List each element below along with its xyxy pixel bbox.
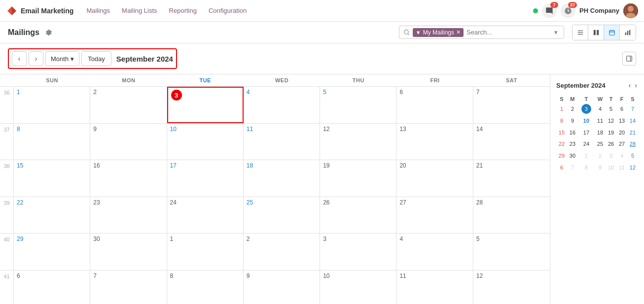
mini-day-28[interactable]: 28 bbox=[627, 138, 638, 150]
mini-day-oct10[interactable]: 10 bbox=[606, 162, 616, 174]
mini-day-oct1[interactable]: 1 bbox=[578, 150, 595, 162]
mini-day-16[interactable]: 16 bbox=[567, 127, 578, 139]
mini-day-oct8[interactable]: 8 bbox=[578, 162, 595, 174]
cal-day-sep28[interactable]: 28 bbox=[473, 197, 550, 234]
cal-day-sep27[interactable]: 27 bbox=[396, 197, 473, 234]
kanban-view-button[interactable] bbox=[588, 25, 604, 40]
mini-day-13[interactable]: 13 bbox=[616, 115, 627, 127]
mini-day-26[interactable]: 26 bbox=[606, 138, 616, 150]
calendar-view-button[interactable] bbox=[604, 25, 620, 40]
cal-day-sep25[interactable]: 25 bbox=[244, 197, 320, 234]
cal-day-sep11[interactable]: 11 bbox=[244, 124, 320, 160]
mini-day-22[interactable]: 22 bbox=[556, 138, 567, 150]
list-view-button[interactable] bbox=[572, 25, 588, 40]
mini-day-17[interactable]: 17 bbox=[578, 127, 595, 139]
cal-day-sep21[interactable]: 21 bbox=[473, 160, 550, 197]
mini-day-23[interactable]: 23 bbox=[567, 138, 578, 150]
cal-day-sep23[interactable]: 23 bbox=[90, 197, 167, 234]
sidebar-toggle-button[interactable] bbox=[622, 52, 636, 66]
mini-day-19[interactable]: 19 bbox=[606, 127, 616, 139]
graph-view-button[interactable] bbox=[620, 25, 636, 40]
cal-day-sep14[interactable]: 14 bbox=[473, 124, 550, 160]
mini-day-oct6[interactable]: 6 bbox=[556, 162, 567, 174]
menu-mailing-lists[interactable]: Mailing Lists bbox=[117, 5, 162, 16]
cal-day-sep16[interactable]: 16 bbox=[90, 160, 167, 197]
cal-day-sep9[interactable]: 9 bbox=[90, 124, 167, 160]
cal-day-oct4[interactable]: 4 bbox=[396, 234, 473, 270]
month-picker-button[interactable]: Month ▾ bbox=[45, 51, 79, 66]
mini-day-oct9[interactable]: 9 bbox=[595, 162, 606, 174]
mini-day-oct3[interactable]: 3 bbox=[606, 150, 616, 162]
mini-day-5[interactable]: 5 bbox=[606, 103, 616, 115]
cal-day-oct1[interactable]: 1 bbox=[167, 234, 244, 270]
cal-day-sep20[interactable]: 20 bbox=[396, 160, 473, 197]
cal-day-oct7[interactable]: 7 bbox=[90, 270, 167, 304]
cal-day-sep8[interactable]: 8 bbox=[14, 124, 90, 160]
cal-day-sep24[interactable]: 24 bbox=[167, 197, 244, 234]
mini-day-8[interactable]: 8 bbox=[556, 115, 567, 127]
mini-day-25[interactable]: 25 bbox=[595, 138, 606, 150]
cal-day-oct2[interactable]: 2 bbox=[244, 234, 320, 270]
mini-day-10[interactable]: 10 bbox=[578, 115, 595, 127]
search-input[interactable] bbox=[466, 29, 549, 36]
today-button[interactable]: Today bbox=[81, 51, 111, 66]
remove-filter-button[interactable]: ✕ bbox=[456, 29, 461, 35]
mini-day-30[interactable]: 30 bbox=[567, 150, 578, 162]
cal-day-sep30[interactable]: 30 bbox=[90, 234, 167, 270]
mini-day-3-today[interactable]: 3 bbox=[578, 103, 595, 115]
mini-day-7[interactable]: 7 bbox=[627, 103, 638, 115]
mini-day-2[interactable]: 2 bbox=[567, 103, 578, 115]
mini-day-27[interactable]: 27 bbox=[616, 138, 627, 150]
cal-day-sep12[interactable]: 12 bbox=[320, 124, 396, 160]
cal-day-sep7[interactable]: 7 bbox=[473, 87, 550, 123]
user-avatar[interactable] bbox=[623, 3, 638, 18]
cal-day-sep3[interactable]: 3 bbox=[167, 87, 244, 123]
activity-button[interactable]: 37 bbox=[561, 3, 575, 18]
mini-day-21[interactable]: 21 bbox=[627, 127, 638, 139]
mini-day-12[interactable]: 12 bbox=[606, 115, 616, 127]
cal-day-sep13[interactable]: 13 bbox=[396, 124, 473, 160]
mini-next-button[interactable]: › bbox=[634, 80, 638, 90]
cal-day-sep18[interactable]: 18 bbox=[244, 160, 320, 197]
cal-day-sep17[interactable]: 17 bbox=[167, 160, 244, 197]
mini-day-1[interactable]: 1 bbox=[556, 103, 567, 115]
mini-day-oct12[interactable]: 12 bbox=[627, 162, 638, 174]
cal-day-oct12[interactable]: 12 bbox=[473, 270, 550, 304]
cal-day-sep6[interactable]: 6 bbox=[396, 87, 473, 123]
app-logo[interactable]: Email Marketing bbox=[6, 5, 73, 17]
mini-day-24[interactable]: 24 bbox=[578, 138, 595, 150]
cal-day-oct6[interactable]: 6 bbox=[14, 270, 90, 304]
cal-day-sep15[interactable]: 15 bbox=[14, 160, 90, 197]
mini-day-29[interactable]: 29 bbox=[556, 150, 567, 162]
prev-month-button[interactable]: ‹ bbox=[12, 51, 27, 66]
next-month-button[interactable]: › bbox=[29, 51, 43, 66]
search-dropdown-button[interactable]: ▾ bbox=[552, 28, 560, 37]
cal-day-oct8[interactable]: 8 bbox=[167, 270, 244, 304]
mini-day-6[interactable]: 6 bbox=[616, 103, 627, 115]
cal-day-oct10[interactable]: 10 bbox=[320, 270, 396, 304]
cal-day-sep4[interactable]: 4 bbox=[244, 87, 320, 123]
chat-button[interactable]: 7 bbox=[542, 3, 557, 18]
mini-day-oct4[interactable]: 4 bbox=[616, 150, 627, 162]
mini-day-15[interactable]: 15 bbox=[556, 127, 567, 139]
settings-icon[interactable] bbox=[45, 29, 52, 36]
mini-day-oct2[interactable]: 2 bbox=[595, 150, 606, 162]
mini-day-oct7[interactable]: 7 bbox=[567, 162, 578, 174]
mini-day-9[interactable]: 9 bbox=[567, 115, 578, 127]
cal-day-sep29[interactable]: 29 bbox=[14, 234, 90, 270]
cal-day-sep22[interactable]: 22 bbox=[14, 197, 90, 234]
cal-day-oct9[interactable]: 9 bbox=[244, 270, 320, 304]
menu-reporting[interactable]: Reporting bbox=[164, 5, 202, 16]
mini-day-11[interactable]: 11 bbox=[595, 115, 606, 127]
mini-day-oct5[interactable]: 5 bbox=[627, 150, 638, 162]
mini-day-18[interactable]: 18 bbox=[595, 127, 606, 139]
mini-day-4[interactable]: 4 bbox=[595, 103, 606, 115]
cal-day-oct11[interactable]: 11 bbox=[396, 270, 473, 304]
cal-day-sep26[interactable]: 26 bbox=[320, 197, 396, 234]
cal-day-sep19[interactable]: 19 bbox=[320, 160, 396, 197]
mini-day-oct11[interactable]: 11 bbox=[616, 162, 627, 174]
mini-day-14[interactable]: 14 bbox=[627, 115, 638, 127]
mini-day-20[interactable]: 20 bbox=[616, 127, 627, 139]
cal-day-oct3[interactable]: 3 bbox=[320, 234, 396, 270]
mini-prev-button[interactable]: ‹ bbox=[628, 80, 632, 90]
